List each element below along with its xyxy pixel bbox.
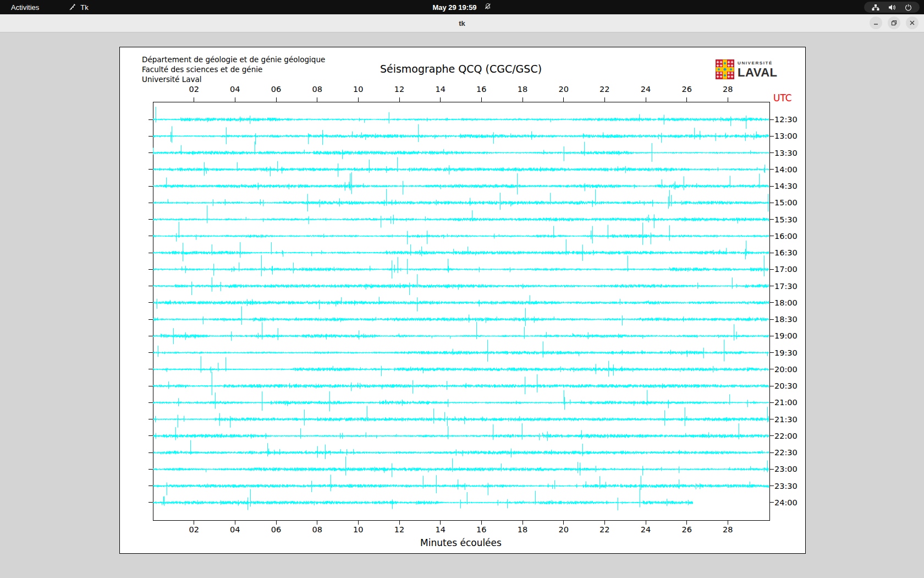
x-tick-mark-bottom — [686, 520, 687, 525]
x-tick-mark-bottom — [646, 520, 646, 525]
close-button[interactable] — [906, 17, 919, 29]
x-tick-label-top: 10 — [353, 85, 363, 94]
trace-tick-left — [148, 435, 153, 436]
utc-time-label: 21:30 — [774, 415, 798, 424]
trace-tick-right — [769, 186, 774, 187]
focused-app-label: Tk — [80, 3, 88, 12]
x-tick-label-bottom: 16 — [476, 525, 486, 534]
x-tick-label-bottom: 22 — [600, 525, 609, 534]
clock-menu[interactable]: May 29 19:59 — [432, 3, 491, 12]
laval-shield-icon — [716, 59, 734, 81]
institution-line-3: Université Laval — [142, 74, 325, 84]
volume-icon — [888, 4, 896, 11]
x-tick-mark-top — [481, 97, 482, 102]
trace-tick-left — [148, 369, 153, 369]
trace-tick-left — [148, 402, 153, 403]
desktop: { "topbar": { "activities_label": "Activ… — [0, 0, 924, 578]
utc-time-label: 16:30 — [774, 248, 798, 257]
x-tick-mark-top — [317, 97, 317, 102]
trace-tick-left — [148, 452, 153, 453]
x-tick-mark-bottom — [399, 520, 400, 525]
x-tick-label-top: 12 — [394, 85, 404, 94]
x-tick-label-top: 06 — [271, 85, 281, 94]
x-tick-mark-bottom — [235, 520, 235, 525]
utc-time-label: 22:00 — [774, 432, 798, 440]
trace-tick-right — [769, 152, 774, 153]
window-titlebar[interactable]: tk — [0, 14, 924, 32]
x-tick-label-bottom: 28 — [723, 525, 733, 534]
activities-button[interactable]: Activities — [8, 3, 42, 12]
trace-tick-left — [148, 286, 153, 286]
utc-time-label: 20:00 — [774, 365, 798, 374]
utc-time-label: 13:00 — [774, 132, 798, 140]
x-tick-label-bottom: 20 — [558, 525, 568, 534]
trace-tick-right — [769, 435, 774, 436]
x-tick-label-top: 02 — [189, 85, 199, 94]
utc-time-label: 13:30 — [774, 149, 798, 157]
x-tick-label-top: 08 — [312, 85, 322, 94]
clock-text: May 29 19:59 — [432, 3, 476, 12]
trace-tick-right — [769, 286, 774, 286]
utc-time-label: 18:30 — [774, 315, 798, 324]
x-tick-label-bottom: 26 — [681, 525, 691, 534]
seismograph-panel: Département de géologie et de génie géol… — [119, 47, 806, 554]
utc-axis-title: UTC — [773, 92, 792, 103]
trace-tick-right — [769, 203, 774, 203]
x-tick-mark-bottom — [194, 520, 194, 525]
trace-tick-right — [769, 419, 774, 419]
minimize-button[interactable] — [870, 17, 882, 29]
trace-tick-left — [148, 219, 153, 220]
utc-time-label: 20:30 — [774, 381, 798, 390]
system-status-area[interactable] — [864, 2, 920, 13]
window-maximize-icon — [891, 20, 897, 26]
trace-tick-right — [769, 119, 774, 120]
trace-tick-right — [769, 169, 774, 170]
x-tick-mark-top — [194, 97, 194, 102]
x-axis-title: Minutes écoulées — [120, 537, 802, 548]
trace-tick-left — [148, 253, 153, 253]
maximize-button[interactable] — [888, 17, 900, 29]
focused-app-menu[interactable]: Tk — [69, 3, 88, 12]
logo-laval-label: LAVAL — [738, 67, 778, 79]
x-tick-label-bottom: 24 — [641, 525, 651, 534]
x-tick-mark-top — [728, 97, 728, 102]
window-controls — [870, 17, 919, 29]
trace-tick-right — [769, 219, 774, 220]
trace-tick-left — [148, 352, 153, 353]
trace-tick-right — [769, 336, 774, 336]
utc-time-label: 21:00 — [774, 398, 798, 407]
trace-tick-left — [148, 302, 153, 303]
x-tick-mark-bottom — [522, 520, 523, 525]
x-tick-mark-top — [235, 97, 235, 102]
trace-tick-right — [769, 253, 774, 253]
notifications-muted-icon — [485, 3, 492, 12]
trace-tick-left — [148, 119, 153, 120]
utc-time-label: 15:30 — [774, 215, 798, 224]
utc-time-label: 23:30 — [774, 482, 798, 490]
laval-logo-text: UNIVERSITÉ LAVAL — [738, 59, 778, 79]
trace-tick-right — [769, 136, 774, 137]
trace-tick-left — [148, 236, 153, 236]
utc-time-label: 18:00 — [774, 298, 798, 307]
trace-tick-right — [769, 486, 774, 486]
utc-time-label: 14:30 — [774, 182, 798, 190]
utc-time-label: 16:00 — [774, 232, 798, 241]
x-tick-label-top: 20 — [558, 85, 568, 94]
utc-time-label: 19:30 — [774, 348, 798, 357]
trace-tick-right — [769, 452, 774, 453]
x-tick-label-top: 04 — [230, 85, 240, 94]
utc-time-label: 15:00 — [774, 198, 798, 207]
x-tick-label-bottom: 02 — [189, 525, 199, 534]
x-tick-label-top: 18 — [518, 85, 527, 94]
x-tick-label-bottom: 10 — [353, 525, 363, 534]
x-tick-label-bottom: 08 — [312, 525, 322, 534]
x-tick-mark-top — [563, 97, 564, 102]
trace-tick-left — [148, 502, 153, 503]
x-tick-label-top: 24 — [641, 85, 651, 94]
trace-tick-left — [148, 203, 153, 203]
trace-tick-left — [148, 186, 153, 187]
x-tick-mark-top — [686, 97, 687, 102]
x-tick-mark-top — [646, 97, 646, 102]
trace-tick-left — [148, 319, 153, 320]
x-tick-mark-top — [276, 97, 277, 102]
